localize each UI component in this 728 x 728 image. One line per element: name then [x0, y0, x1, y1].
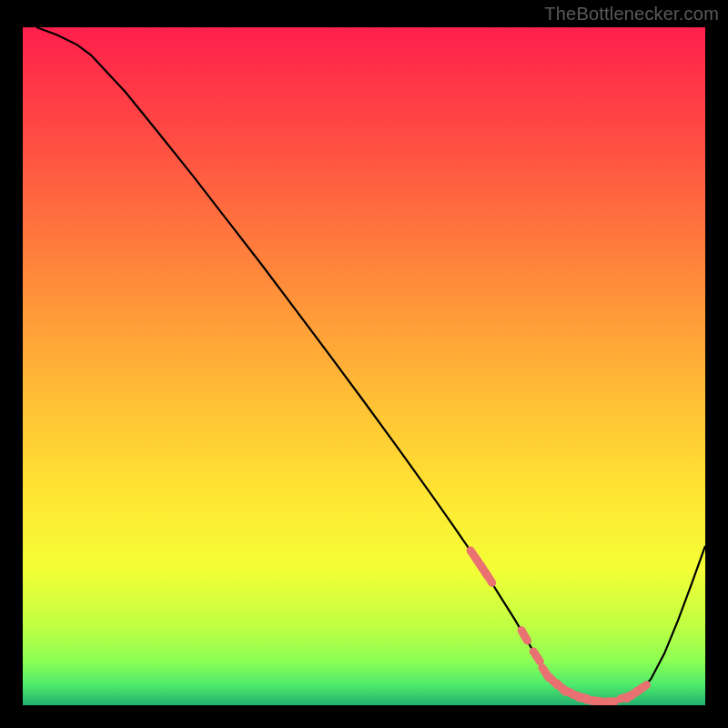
curve-marker: [521, 631, 527, 641]
curve-marker: [486, 572, 492, 582]
chart-canvas: TheBottlenecker.com: [0, 0, 728, 728]
chart-svg: [23, 27, 705, 705]
curve-marker: [533, 652, 540, 662]
plot-area: [23, 27, 705, 705]
curve-marker: [637, 685, 647, 693]
gradient-background: [23, 27, 705, 705]
curve-marker: [603, 702, 615, 703]
attribution-label: TheBottlenecker.com: [544, 4, 719, 25]
